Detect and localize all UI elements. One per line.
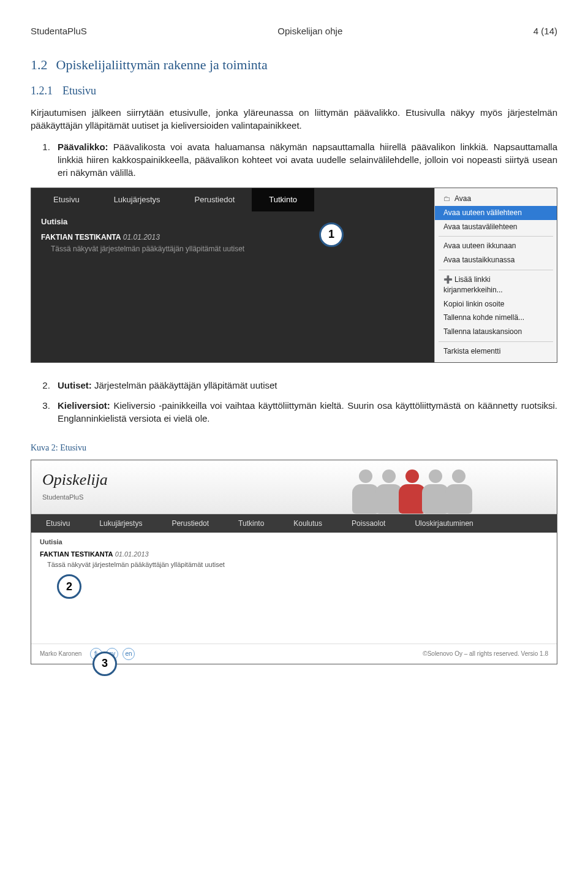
nav2-perustiedot[interactable]: Perustiedot xyxy=(157,514,224,533)
nav2-etusivu[interactable]: Etusivu xyxy=(31,514,85,533)
news-bold: FAKTIAN TESTIKANTA xyxy=(41,233,121,241)
ctx-separator xyxy=(439,341,553,342)
header-left: StudentaPluS xyxy=(31,25,87,37)
item2-bold: Uutiset: xyxy=(58,380,92,390)
nav-etusivu[interactable]: Etusivu xyxy=(36,188,97,211)
news2-body: Tässä näkyvät järjestelmän pääkäyttäjän … xyxy=(40,560,548,569)
section-heading: 1.2Opiskelijaliittymän rakenne ja toimin… xyxy=(31,56,557,75)
nav2-koulutus[interactable]: Koulutus xyxy=(279,514,337,533)
news-body: Tässä näkyvät järjestelmän pääkäyttäjän … xyxy=(31,243,434,258)
news2-heading: Uutisia xyxy=(40,538,548,547)
ctx-avaa-uuteen-valilehteen[interactable]: Avaa uuteen välilehteen xyxy=(435,206,557,220)
ctx-avaa-taustaikkunassa[interactable]: Avaa taustaikkunassa xyxy=(435,253,557,267)
figure-caption: Kuva 2: Etusivu xyxy=(31,442,557,454)
header-right: 4 (14) xyxy=(533,25,557,37)
ctx-lisaa-kirjanmerkkeihin[interactable]: ➕Lisää linkki kirjanmerkkeihin... xyxy=(435,273,557,297)
item1-bold: Päävalikko: xyxy=(58,142,108,152)
sub-title: Etusivu xyxy=(62,85,96,97)
news-date: 01.01.2013 xyxy=(123,233,160,241)
nav2-lukujarjestys[interactable]: Lukujärjestys xyxy=(85,514,157,533)
banner-title: Opiskelija xyxy=(42,469,108,491)
sub-num: 1.2.1 xyxy=(31,85,53,97)
nav2-uloskirjautuminen[interactable]: Uloskirjautuminen xyxy=(400,514,488,533)
news-headline: FAKTIAN TESTIKANTA 01.01.2013 xyxy=(31,229,434,243)
ctx-tallenna-latauskansioon[interactable]: Tallenna latauskansioon xyxy=(435,325,557,339)
header-center: Opiskelijan ohje xyxy=(277,25,342,37)
lang-en-button[interactable]: en xyxy=(123,648,135,660)
plus-icon: ➕ xyxy=(443,275,452,285)
banner-people-graphic xyxy=(268,460,557,514)
intro-paragraph: Kirjautumisen jälkeen siirrytään etusivu… xyxy=(31,106,557,132)
main-nav: Etusivu Lukujärjestys Perustiedot Tutkin… xyxy=(31,188,434,211)
section-num: 1.2 xyxy=(31,57,48,72)
footer-username: Marko Karonen xyxy=(40,650,81,657)
banner-subtitle: StudentaPluS xyxy=(42,493,108,502)
list-item-3: Kieliversiot: Kieliversio -painikkeilla … xyxy=(53,399,557,425)
footer-copyright: ©Solenovo Oy – all rights reserved. Vers… xyxy=(423,650,548,658)
nav2-poissaolot[interactable]: Poissaolot xyxy=(337,514,400,533)
list-item-2: Uutiset: Järjestelmän pääkäyttäjän ylläp… xyxy=(53,379,557,392)
page-header: StudentaPluS Opiskelijan ohje 4 (14) xyxy=(31,25,557,37)
banner: Opiskelija StudentaPluS xyxy=(31,460,557,514)
nav-tutkinto[interactable]: Tutkinto xyxy=(252,188,314,211)
ctx-kopioi-linkin-osoite[interactable]: Kopioi linkin osoite xyxy=(435,297,557,311)
item3-text: Kieliversio -painikkeilla voi vaihtaa kä… xyxy=(58,400,557,424)
news2-bold: FAKTIAN TESTIKANTA xyxy=(40,550,113,558)
nav-perustiedot[interactable]: Perustiedot xyxy=(178,188,252,211)
sub-heading: 1.2.1Etusivu xyxy=(31,83,557,99)
item2-text: Järjestelmän pääkäyttäjän ylläpitämät uu… xyxy=(92,380,277,390)
nav-lukujarjestys[interactable]: Lukujärjestys xyxy=(97,188,178,211)
screenshot-2: Opiskelija StudentaPluS Etusivu Lukujärj… xyxy=(31,460,557,664)
ctx-avaa-uuteen-ikkunaan[interactable]: Avaa uuteen ikkunaan xyxy=(435,239,557,253)
callout-3: 3 xyxy=(92,652,117,676)
ctx-tarkista-elementti[interactable]: Tarkista elementti xyxy=(435,344,557,359)
item1-text: Päävalikosta voi avata haluamansa näkymä… xyxy=(58,142,557,178)
section-title: Opiskelijaliittymän rakenne ja toiminta xyxy=(56,57,268,72)
news2-date: 01.01.2013 xyxy=(115,550,149,558)
folder-icon: 🗀 xyxy=(443,194,452,204)
ctx-tallenna-kohde-nimella[interactable]: Tallenna kohde nimellä... xyxy=(435,311,557,325)
ctx-avaa[interactable]: 🗀Avaa xyxy=(435,192,557,206)
news2-line1: FAKTIAN TESTIKANTA 01.01.2013 xyxy=(40,550,548,559)
ctx-separator xyxy=(439,236,553,237)
ctx-separator xyxy=(439,270,553,270)
context-menu: 🗀Avaa Avaa uuteen välilehteen Avaa taust… xyxy=(434,188,557,362)
list-item-1: Päävalikko: Päävalikosta voi avata halua… xyxy=(53,140,557,179)
nav2-tutkinto[interactable]: Tutkinto xyxy=(224,514,279,533)
ctx-avaa-taustavalilehteen[interactable]: Avaa taustavälilehteen xyxy=(435,220,557,234)
uutisia-label: Uutisia xyxy=(31,211,434,229)
callout-1: 1 xyxy=(319,222,344,247)
screenshot-1: Etusivu Lukujärjestys Perustiedot Tutkin… xyxy=(31,188,557,363)
main-nav-full: Etusivu Lukujärjestys Perustiedot Tutkin… xyxy=(31,514,557,533)
item3-bold: Kieliversiot: xyxy=(58,400,110,411)
